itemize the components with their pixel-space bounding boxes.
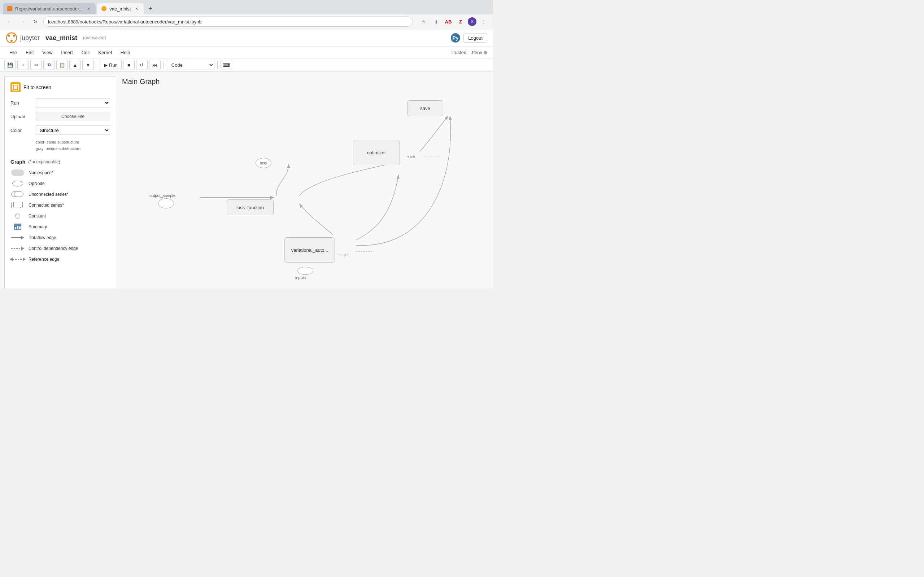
tab-close-inactive[interactable]: ✕ [86, 6, 91, 11]
new-tab-button[interactable]: + [145, 3, 155, 14]
zotero-button[interactable]: Z [456, 16, 465, 27]
graph-area[interactable]: Main Graph [116, 72, 493, 288]
tab-label-active: vae_mnist [109, 6, 131, 11]
svg-point-2 [13, 35, 15, 37]
forward-button[interactable]: → [17, 16, 27, 27]
add-cell-button[interactable]: + [17, 60, 29, 70]
menu-view[interactable]: View [39, 48, 56, 56]
run-button[interactable]: ▶ Run [100, 60, 122, 70]
node-save[interactable]: save [407, 100, 443, 116]
choose-file-label: Choose File [61, 114, 84, 119]
logout-button[interactable]: Logout [464, 34, 487, 43]
run-label: Run [109, 62, 118, 68]
back-button[interactable]: ← [4, 16, 15, 27]
menu-button[interactable]: ⋮ [478, 16, 489, 27]
legend-constant: Constant [10, 213, 110, 220]
paste-button[interactable]: 📋 [56, 60, 68, 70]
tab-active[interactable]: vae_mnist ✕ [97, 3, 144, 15]
fit-to-screen-button[interactable]: Fit to screen [10, 82, 110, 92]
node-vae-label: variational_auto... [291, 247, 328, 253]
unconnected-series-icon [11, 191, 24, 198]
cut-button[interactable]: ✂ [30, 60, 42, 70]
color-hint: color: same substructure gray: unique su… [36, 139, 110, 152]
constant-circle [15, 213, 20, 219]
init-vae-dashes [336, 255, 343, 255]
graph-title-label: Graph [10, 159, 25, 165]
node-output-sample-label: output_sample [149, 193, 175, 198]
node-loss-function[interactable]: loss_function [227, 200, 274, 215]
copy-button[interactable]: ⧉ [43, 60, 55, 70]
adblock-button[interactable]: AB [443, 16, 453, 27]
menu-edit[interactable]: Edit [22, 48, 37, 56]
dataflow-head [21, 236, 24, 239]
upload-label: Upload [10, 114, 36, 119]
opnode-icon [10, 180, 25, 187]
browser-actions: ☆ ℹ AB Z S ⋮ [419, 16, 489, 27]
dataflow-arrow [11, 236, 24, 239]
legend-dataflow: Dataflow edge [10, 234, 110, 241]
left-panel: Fit to screen Run Upload Choose File Col… [4, 76, 116, 288]
node-loss-label: loss [260, 161, 267, 165]
restart-button[interactable]: ↺ [136, 60, 148, 70]
kernel-dot [484, 51, 487, 55]
url-input[interactable]: localhost:8889/notebooks/Repos/variation… [43, 16, 413, 27]
bar1 [15, 227, 16, 229]
info-button[interactable]: ℹ [431, 16, 441, 27]
node-variational-auto[interactable]: variational_auto... [284, 237, 335, 263]
unconnected-label: Unconnected series* [29, 192, 69, 197]
bar2 [17, 226, 18, 229]
color-select[interactable]: Structure Device Compute time Memory [36, 126, 110, 135]
run-row: Run [10, 98, 110, 108]
jupyter-logo-icon [6, 32, 17, 44]
toolbar-separator-2 [163, 61, 164, 69]
node-loss-function-label: loss_function [236, 205, 264, 210]
move-down-button[interactable]: ▼ [82, 60, 94, 70]
menu-cell[interactable]: Cell [78, 48, 93, 56]
address-bar: ← → ↻ localhost:8889/notebooks/Repos/var… [0, 15, 493, 29]
node-output-sample[interactable] [158, 198, 174, 208]
profile-button[interactable]: S [468, 17, 477, 26]
control-head [21, 247, 24, 250]
tab-inactive[interactable]: Repos/variational-autoencoder... ✕ [3, 3, 96, 15]
control-label: Control dependency edge [29, 246, 78, 251]
restart-run-button[interactable]: ⏭ [149, 60, 161, 70]
svg-point-3 [10, 40, 13, 42]
namespace-icon [10, 169, 25, 176]
menu-help[interactable]: Help [117, 48, 134, 56]
python-icon: Py [451, 33, 460, 43]
node-loss[interactable]: loss [255, 158, 271, 168]
tab-favicon-yellow [102, 6, 107, 11]
edge-optimizer-to-save [420, 116, 448, 152]
color-hint-line1: color: same substructure [36, 139, 110, 146]
ref-head-left [10, 258, 13, 261]
reload-button[interactable]: ↻ [30, 16, 40, 27]
menu-file[interactable]: File [6, 48, 21, 56]
upload-row: Upload Choose File [10, 112, 110, 121]
menu-insert[interactable]: Insert [57, 48, 76, 56]
keyboard-shortcuts-button[interactable]: ⌨ [221, 60, 232, 70]
save-tool-button[interactable]: 💾 [4, 60, 16, 70]
stop-button[interactable]: ■ [123, 60, 135, 70]
run-select[interactable] [36, 98, 110, 108]
unc-front [14, 192, 23, 197]
dataflow-label: Dataflow edge [29, 235, 56, 240]
init-vae-node: init [336, 253, 349, 257]
kernel-name: .tfenv [471, 50, 482, 55]
cell-type-select[interactable]: Code Markdown Raw NBConvert Heading [167, 60, 215, 70]
bookmark-button[interactable]: ☆ [419, 16, 429, 27]
legend-summary: Summary [10, 223, 110, 230]
tab-favicon-orange [7, 6, 12, 11]
move-up-button[interactable]: ▲ [69, 60, 81, 70]
toolbar: 💾 + ✂ ⧉ 📋 ▲ ▼ ▶ Run ■ ↺ ⏭ Code Markdown … [0, 58, 493, 72]
summary-label: Summary [29, 224, 47, 229]
tab-close-active[interactable]: ✕ [134, 6, 139, 11]
choose-file-button[interactable]: Choose File [36, 112, 110, 121]
color-hint-line2: gray: unique substructure [36, 146, 110, 152]
notebook-name[interactable]: vae_mnist [45, 34, 77, 42]
toolbar-separator-3 [217, 61, 218, 69]
node-optimizer[interactable]: optimizer [353, 140, 400, 165]
svg-text:Py: Py [452, 35, 459, 41]
control-dashed-line [11, 248, 21, 249]
node-inputs[interactable] [297, 267, 313, 275]
menu-kernel[interactable]: Kernel [95, 48, 115, 56]
